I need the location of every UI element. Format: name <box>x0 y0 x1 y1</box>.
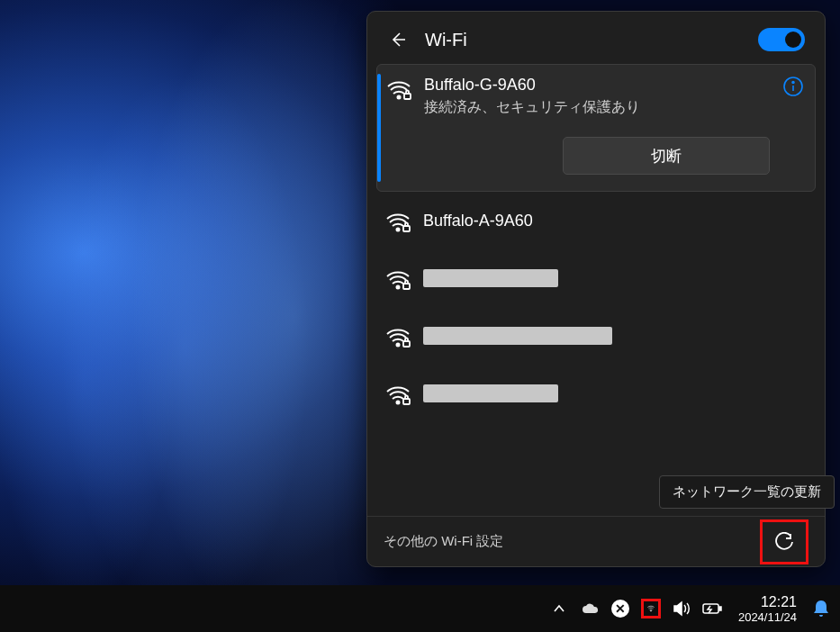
network-ssid-redacted <box>423 269 558 287</box>
network-item[interactable] <box>376 249 816 307</box>
bell-icon <box>813 600 829 618</box>
svg-point-6 <box>396 285 399 288</box>
flyout-header: Wi-Fi <box>367 12 825 64</box>
battery-icon <box>702 602 722 615</box>
more-wifi-settings-link[interactable]: その他の Wi-Fi 設定 <box>384 533 760 550</box>
wifi-tray-button[interactable] <box>641 599 661 618</box>
network-ssid-redacted <box>423 384 558 402</box>
flyout-footer: その他の Wi-Fi 設定 <box>367 516 825 566</box>
refresh-button[interactable] <box>764 524 804 560</box>
onedrive-icon[interactable] <box>580 599 600 618</box>
wifi-secured-icon <box>385 269 411 291</box>
network-status: 接続済み、セキュリティ保護あり <box>424 98 770 117</box>
wifi-secured-icon <box>385 384 411 406</box>
svg-point-10 <box>396 401 399 403</box>
refresh-icon <box>774 532 794 552</box>
taskbar-clock[interactable]: 12:21 2024/11/24 <box>738 593 797 625</box>
svg-rect-11 <box>403 399 410 404</box>
wifi-toggle[interactable] <box>758 28 805 51</box>
svg-point-8 <box>396 343 399 346</box>
refresh-highlight-box <box>760 519 808 564</box>
cloud-icon <box>581 602 599 615</box>
speaker-icon <box>673 600 691 617</box>
svg-rect-14 <box>719 607 721 610</box>
network-ssid: Buffalo-G-9A60 <box>424 76 770 95</box>
battery-button[interactable] <box>702 599 722 618</box>
close-status-icon[interactable]: ✕ <box>610 599 630 618</box>
network-item[interactable] <box>376 365 816 422</box>
wifi-secured-icon <box>385 327 411 348</box>
svg-rect-9 <box>403 341 410 347</box>
network-item-connected[interactable]: Buffalo-G-9A60 接続済み、セキュリティ保護あり 切断 <box>376 64 816 192</box>
network-item[interactable] <box>376 307 816 365</box>
svg-point-0 <box>397 95 400 98</box>
svg-rect-13 <box>703 604 718 613</box>
clock-date: 2024/11/24 <box>738 610 797 625</box>
info-icon[interactable] <box>782 76 804 97</box>
close-icon: ✕ <box>611 600 629 618</box>
network-ssid: Buffalo-A-9A60 <box>423 212 533 230</box>
notifications-button[interactable] <box>811 599 831 618</box>
system-tray: ✕ <box>549 599 722 618</box>
network-list: Buffalo-G-9A60 接続済み、セキュリティ保護あり 切断 Buffal… <box>367 64 825 516</box>
arrow-left-icon <box>389 31 407 49</box>
wifi-secured-icon <box>385 212 411 233</box>
svg-point-4 <box>396 228 399 230</box>
refresh-tooltip: ネットワーク一覧の更新 <box>659 475 835 509</box>
svg-rect-1 <box>404 94 411 99</box>
svg-rect-5 <box>403 226 410 231</box>
taskbar: ✕ 12:21 2024/11/24 <box>0 585 840 632</box>
svg-point-3 <box>792 82 794 84</box>
chevron-up-icon <box>553 602 565 615</box>
wifi-icon <box>647 600 655 617</box>
svg-rect-7 <box>403 284 410 289</box>
clock-time: 12:21 <box>761 593 797 610</box>
tray-overflow-button[interactable] <box>549 599 569 618</box>
disconnect-button[interactable]: 切断 <box>563 137 770 175</box>
wifi-secured-icon <box>386 79 411 101</box>
flyout-title: Wi-Fi <box>425 30 742 50</box>
back-button[interactable] <box>387 29 409 50</box>
network-ssid-redacted <box>423 327 612 345</box>
svg-point-12 <box>650 610 651 611</box>
volume-button[interactable] <box>672 599 691 618</box>
network-item[interactable]: Buffalo-A-9A60 <box>376 192 816 249</box>
